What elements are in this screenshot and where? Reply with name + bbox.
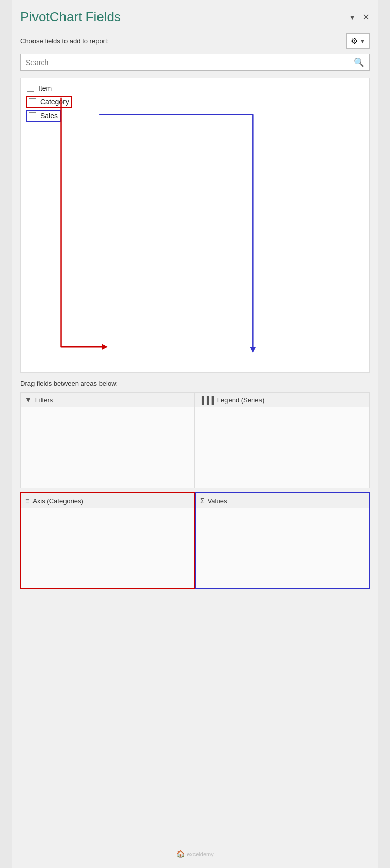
area-label-values: Values <box>208 497 228 505</box>
dropdown-icon[interactable]: ▼ <box>349 13 356 21</box>
bars-icon: ▐▐▐ <box>199 396 214 404</box>
field-item-item[interactable]: Item <box>26 82 364 95</box>
area-header-values: Σ Values <box>195 492 370 508</box>
svg-marker-1 <box>250 347 256 353</box>
choose-fields-label: Choose fields to add to report: <box>20 37 109 45</box>
checkbox-category[interactable] <box>29 98 36 105</box>
drag-label: Drag fields between areas below: <box>20 380 370 387</box>
sigma-icon: Σ <box>200 497 205 505</box>
gear-button[interactable]: ⚙ ▼ <box>346 33 370 49</box>
areas-grid: ▼ Filters ▐▐▐ Legend (Series) ≡ Axis (Ca… <box>20 392 370 589</box>
watermark-icon: 🏠 <box>176 850 185 858</box>
fields-list: Item Category Sales <box>20 78 370 373</box>
gear-chevron-icon: ▼ <box>360 38 365 44</box>
search-input[interactable] <box>26 58 354 67</box>
area-header-filters: ▼ Filters <box>20 392 195 407</box>
search-box[interactable]: 🔍 <box>20 54 370 71</box>
area-body-filters[interactable] <box>20 407 195 488</box>
area-body-values[interactable] <box>195 508 370 589</box>
pivotchart-fields-panel: PivotChart Fields ▼ ✕ Choose fields to a… <box>12 0 378 868</box>
field-item-category[interactable]: Category <box>26 96 72 108</box>
panel-header: PivotChart Fields ▼ ✕ <box>20 9 370 25</box>
area-label-filters: Filters <box>35 396 53 404</box>
field-label-item: Item <box>38 84 52 92</box>
field-item-sales[interactable]: Sales <box>26 110 61 122</box>
annotation-arrows <box>21 78 369 372</box>
field-label-sales: Sales <box>40 112 58 120</box>
area-label-axis: Axis (Categories) <box>32 497 83 505</box>
search-icon: 🔍 <box>354 57 364 67</box>
area-body-legend[interactable] <box>195 407 370 488</box>
gear-icon: ⚙ <box>351 36 358 46</box>
header-actions: ▼ ✕ <box>349 12 370 23</box>
svg-marker-0 <box>102 344 108 350</box>
choose-fields-row: Choose fields to add to report: ⚙ ▼ <box>20 33 370 49</box>
area-header-legend: ▐▐▐ Legend (Series) <box>195 392 370 407</box>
panel-title: PivotChart Fields <box>20 9 121 25</box>
watermark: 🏠 exceldemy <box>12 850 378 858</box>
close-icon[interactable]: ✕ <box>362 12 370 23</box>
field-label-category: Category <box>40 98 69 106</box>
lines-icon: ≡ <box>25 497 29 505</box>
filter-icon: ▼ <box>25 396 32 404</box>
watermark-text: exceldemy <box>187 851 214 857</box>
area-label-legend: Legend (Series) <box>217 396 265 404</box>
checkbox-item[interactable] <box>27 85 34 92</box>
checkbox-sales[interactable] <box>29 112 36 119</box>
area-header-axis: ≡ Axis (Categories) <box>20 492 195 508</box>
area-body-axis[interactable] <box>20 508 195 589</box>
